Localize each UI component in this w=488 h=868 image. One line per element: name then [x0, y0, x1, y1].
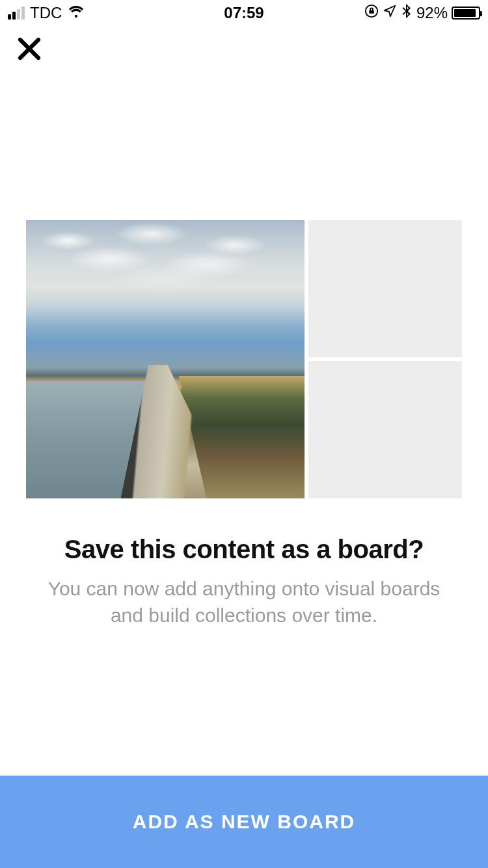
add-as-new-board-button[interactable]: ADD AS NEW BOARD [0, 776, 488, 868]
status-right: 92% [364, 3, 480, 23]
dialog-subtext: You can now add anything onto visual boa… [39, 576, 449, 629]
battery-percent: 92% [416, 4, 448, 22]
signal-icon [8, 7, 25, 20]
cta-label: ADD AS NEW BOARD [133, 811, 356, 833]
close-button[interactable] [13, 33, 46, 65]
dialog-heading: Save this content as a board? [26, 535, 462, 564]
bluetooth-icon [401, 3, 413, 23]
collage-side [308, 220, 462, 498]
board-preview-collage [26, 220, 462, 498]
orientation-lock-icon [364, 4, 379, 22]
close-icon [16, 35, 43, 62]
battery-icon [452, 7, 480, 20]
collage-slot-empty [308, 361, 462, 498]
carrier-label: TDC [30, 4, 62, 22]
collage-slot-empty [308, 220, 462, 357]
status-left: TDC [8, 4, 85, 22]
status-bar: TDC 07:59 92% [0, 0, 488, 26]
wifi-icon [67, 4, 85, 22]
clock: 07:59 [224, 4, 264, 22]
collage-main-image [26, 220, 305, 498]
location-icon [383, 4, 397, 22]
